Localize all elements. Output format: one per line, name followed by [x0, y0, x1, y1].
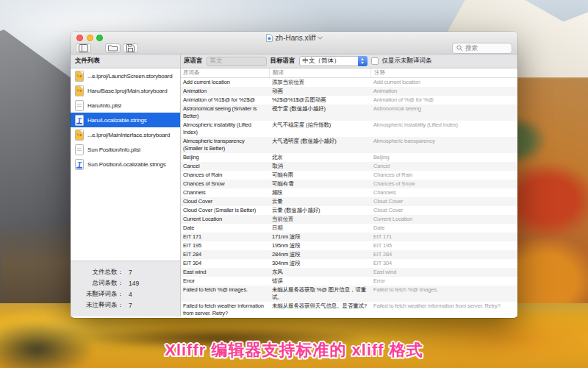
sidebar-item[interactable]: Sun Position/Info.plist: [71, 142, 180, 157]
sidebar: ↪...e.lproj/LaunchScreen.storyboard↪Haru…: [71, 68, 181, 316]
note-cell: Chances of Rain: [370, 171, 517, 180]
source-cell: EIT 284: [181, 250, 269, 259]
term-row[interactable]: Atmospheric instability (Lifted Index)大气…: [181, 121, 517, 137]
plist-file-icon: [75, 100, 84, 111]
note-cell: Beijing: [370, 153, 517, 162]
note-cell: Atmospheric transparency: [370, 137, 517, 153]
term-row[interactable]: Error错误Error: [181, 277, 517, 286]
term-row[interactable]: Animation动画Animation: [181, 87, 517, 96]
save-button[interactable]: [123, 43, 138, 53]
term-row[interactable]: Date日期Date: [181, 224, 517, 233]
storyboard-file-icon: ↪: [75, 85, 84, 96]
stepper-icon: [358, 56, 368, 66]
column-header-source[interactable]: 原词条: [181, 68, 269, 77]
source-language-field[interactable]: 英文: [207, 57, 267, 66]
source-cell: Animation: [181, 87, 269, 96]
note-cell: Cloud Cover: [370, 197, 517, 206]
term-row[interactable]: Failed to fetch %@ images.未能从服务器获取 %@ 图片…: [181, 286, 517, 302]
stat-label: 未注释词条：: [71, 301, 123, 310]
translation-cell: 添加当前位置: [269, 78, 370, 87]
term-row[interactable]: Animation of %1$@ for %2$@%2$@%1$@云图动画An…: [181, 96, 517, 105]
term-row[interactable]: Atmospheric transparency (Smaller is Bet…: [181, 137, 517, 153]
term-row[interactable]: EIT 195195nm 波段EIT 195: [181, 241, 517, 250]
table-body: Add current location添加当前位置Add current lo…: [181, 78, 517, 316]
column-header-translation[interactable]: 翻译: [269, 68, 370, 77]
term-row[interactable]: EIT 304304nm 波段EIT 304: [181, 259, 517, 268]
sidebar-item[interactable]: ↪...e.lproj/LaunchScreen.storyboard: [71, 68, 180, 83]
translation-cell: 大气透明度 (数值越小越好): [269, 137, 370, 153]
note-cell: Add current location: [370, 78, 517, 87]
stat-label: 文件总数：: [71, 268, 123, 277]
term-row[interactable]: EIT 171171nm 波段EIT 171: [181, 233, 517, 241]
translation-cell: 284nm 波段: [269, 250, 370, 259]
search-field[interactable]: 搜索: [452, 43, 512, 54]
source-cell: Atmospheric instability (Lifted Index): [181, 121, 269, 137]
note-cell: Cloud Cover: [370, 206, 517, 215]
sidebar-item[interactable]: THaru/Localizable.strings: [71, 113, 180, 127]
sidebar-icon: [79, 44, 88, 52]
term-row[interactable]: Chances of Snow可能有雪Chances of Snow: [181, 180, 517, 188]
source-cell: Chances of Rain: [181, 171, 269, 180]
note-cell: Animation of %@ for %@: [370, 96, 517, 105]
xliffr-window: zh-Hans.xliff 搜索: [71, 32, 517, 318]
search-icon: [456, 45, 463, 52]
term-row[interactable]: Failed to fetch weather information from…: [181, 302, 517, 316]
source-cell: Current Location: [181, 215, 269, 224]
title-chevron-icon[interactable]: [318, 34, 323, 39]
term-row[interactable]: Astronomical seeing (Smaller is Better)视…: [181, 105, 517, 121]
toggle-sidebar-button[interactable]: [76, 43, 91, 53]
note-cell: Failed to fetch weather information from…: [370, 302, 517, 316]
source-cell: Failed to fetch weather information from…: [181, 302, 269, 316]
term-row[interactable]: Add current location添加当前位置Add current lo…: [181, 78, 517, 87]
sidebar-item[interactable]: ↪...e.lproj/MainInterface.storyboard: [71, 127, 180, 142]
search-placeholder: 搜索: [465, 44, 478, 53]
open-file-button[interactable]: [105, 43, 121, 53]
stat-label: 未翻译词条：: [71, 290, 123, 299]
note-cell: Cancel: [370, 162, 517, 171]
show-untranslated-checkbox[interactable]: [371, 57, 379, 65]
term-row[interactable]: Cancel取消Cancel: [181, 162, 517, 171]
note-cell: Date: [370, 224, 517, 233]
folder-icon: [108, 45, 118, 52]
note-cell: Failed to fetch %@ images.: [370, 286, 517, 302]
sidebar-item[interactable]: Haru/Info.plist: [71, 98, 180, 113]
term-row[interactable]: Chances of Rain可能有雨Chances of Rain: [181, 171, 517, 180]
window-title: zh-Hans.xliff: [276, 34, 316, 42]
document-proxy-icon[interactable]: [266, 34, 273, 42]
file-list-header: 文件列表: [71, 54, 181, 68]
term-row[interactable]: Channels频段Channels: [181, 188, 517, 197]
term-row[interactable]: EIT 284284nm 波段EIT 284: [181, 250, 517, 259]
translation-cell: 大气不稳定度 (抬升指数): [269, 121, 370, 137]
show-untranslated-label: 仅显示未翻译词条: [382, 57, 432, 66]
sidebar-item[interactable]: TSun Position/Localizable.strings: [71, 157, 180, 171]
source-cell: Cloud Cover (Smaller is Better): [181, 206, 269, 215]
term-row[interactable]: Cloud Cover (Smaller is Better)云量 (数值越小越…: [181, 206, 517, 215]
translation-cell: 可能有雨: [269, 171, 370, 180]
note-cell: EIT 284: [370, 250, 517, 259]
translation-cell: 东风: [269, 268, 370, 277]
language-bar: 原语言 英文 目标语言 中文（简体） 仅显示未翻译词条: [181, 54, 517, 68]
term-row[interactable]: East wind东风East wind: [181, 268, 517, 277]
column-header-note[interactable]: 注释: [370, 68, 517, 77]
translation-cell: 错误: [269, 277, 370, 286]
file-name: ...e.lproj/LaunchScreen.storyboard: [87, 73, 173, 79]
file-name: Haru/Info.plist: [87, 102, 121, 109]
stat-label: 总词条数：: [71, 279, 123, 288]
file-name: Sun Position/Info.plist: [87, 146, 140, 153]
target-language-select[interactable]: 中文（简体）: [299, 56, 368, 66]
source-cell: Atmospheric transparency (Smaller is Bet…: [181, 137, 269, 153]
term-row[interactable]: Cloud Cover云量Cloud Cover: [181, 197, 517, 206]
translation-cell: 视宁度 (数值越小越好): [269, 105, 370, 121]
term-row[interactable]: Beijing北京Beijing: [181, 153, 517, 162]
translation-table: 原词条 翻译 注释 Add current location添加当前位置Add …: [181, 68, 517, 316]
window-chrome: zh-Hans.xliff 搜索: [71, 32, 517, 54]
term-row[interactable]: Current Location当前位置Current Location: [181, 215, 517, 224]
table-header: 原词条 翻译 注释: [181, 68, 517, 78]
sidebar-item[interactable]: ↪Haru/Base.lproj/Main.storyboard: [71, 83, 180, 98]
source-cell: Error: [181, 277, 269, 286]
source-cell: Date: [181, 224, 269, 233]
source-cell: Cancel: [181, 162, 269, 171]
note-cell: Astronomical seeing: [370, 105, 517, 121]
source-cell: Beijing: [181, 153, 269, 162]
note-cell: Channels: [370, 188, 517, 197]
